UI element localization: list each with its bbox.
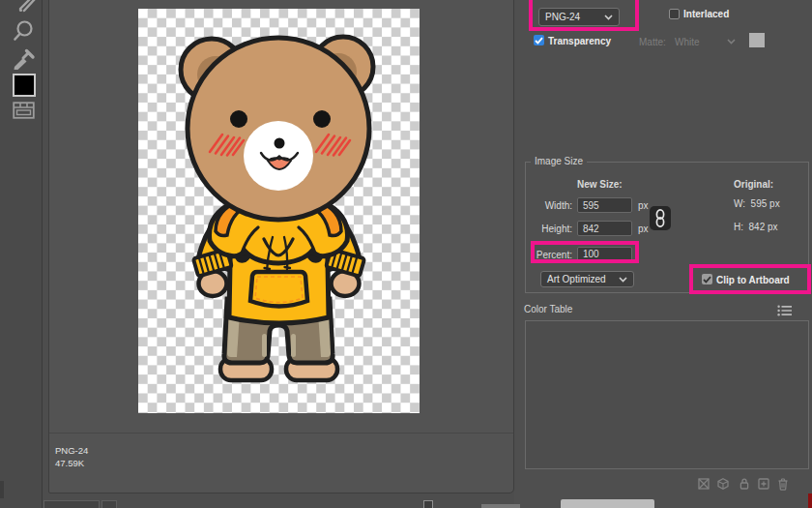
check-icon <box>535 37 543 45</box>
web-shift-icon[interactable] <box>698 478 710 490</box>
width-unit: px <box>638 200 649 211</box>
format-select[interactable]: PNG-24 <box>538 8 620 26</box>
bear-pants-highlight-inner-left <box>262 334 267 357</box>
bear-eye-right <box>313 110 331 128</box>
bear-eye-left <box>230 110 247 128</box>
save-for-web-dialog: PNG-24 47.59K PNG-24 Interlaced Transpar… <box>0 0 812 508</box>
original-label: Original: <box>734 179 773 190</box>
toggle-slices-icon[interactable] <box>13 102 38 127</box>
anti-aliasing-select[interactable]: Art Optimized <box>540 271 634 287</box>
tools-sidebar <box>0 0 43 508</box>
height-input[interactable] <box>577 221 632 236</box>
bottom-control-partial[interactable] <box>102 500 117 508</box>
bear-artwork <box>138 9 420 413</box>
bottom-checkbox-partial[interactable] <box>423 500 433 508</box>
lock-icon[interactable] <box>739 478 750 490</box>
matte-color-swatch[interactable] <box>749 33 765 47</box>
color-table-menu-icon[interactable] <box>777 305 793 316</box>
bottom-dropdown-partial[interactable] <box>561 499 654 508</box>
clip-to-artboard-label: Clip to Artboard <box>716 275 790 285</box>
bottom-label-fragment <box>481 504 520 508</box>
transparency-checkbox[interactable] <box>534 35 544 45</box>
percent-input[interactable] <box>577 247 632 261</box>
height-label: Height: <box>530 224 572 234</box>
matte-select-value[interactable]: White <box>675 37 700 47</box>
anti-aliasing-value: Art Optimized <box>547 274 606 284</box>
width-label: Width: <box>530 200 572 211</box>
trash-icon[interactable] <box>777 478 789 491</box>
original-width: W: 595 px <box>734 198 780 209</box>
chevron-down-icon <box>727 39 736 45</box>
lock-color-cube-icon[interactable] <box>717 478 729 490</box>
height-unit: px <box>638 224 649 234</box>
matte-label: Matte: <box>639 37 666 47</box>
zoom-level-control-partial[interactable] <box>44 500 100 508</box>
transparency-label: Transparency <box>548 36 611 46</box>
check-icon <box>703 276 711 284</box>
constrain-proportions-link[interactable] <box>650 206 671 230</box>
chain-link-icon <box>654 209 666 227</box>
clip-to-artboard-checkbox[interactable] <box>702 274 712 284</box>
percent-label: Percent: <box>530 250 572 260</box>
new-color-icon[interactable] <box>758 478 769 490</box>
new-size-label: New Size: <box>577 179 623 190</box>
chevron-down-icon <box>604 15 613 20</box>
preview-format-label: PNG-24 <box>55 444 88 457</box>
toolbar-edge-fragment <box>0 481 4 498</box>
format-select-value: PNG-24 <box>545 12 580 22</box>
interlaced-checkbox[interactable] <box>669 9 680 19</box>
eyedropper-color-swatch[interactable] <box>13 74 36 97</box>
color-table-box <box>525 320 809 469</box>
eyedropper-tool-icon[interactable] <box>11 45 36 71</box>
transparency-checkerboard-artboard <box>138 9 420 413</box>
preview-image-area[interactable] <box>49 0 513 433</box>
width-input[interactable] <box>577 197 632 213</box>
image-size-title: Image Size <box>531 156 587 166</box>
screen-corner-fragment <box>808 493 812 508</box>
zoom-tool-icon[interactable] <box>11 18 36 44</box>
color-table-title: Color Table <box>524 304 572 314</box>
bear-pants-highlight-inner-right <box>291 334 296 357</box>
preview-file-size: 47.59K <box>55 457 88 469</box>
preview-panel: PNG-24 47.59K <box>48 0 514 493</box>
chevron-down-icon <box>619 277 627 283</box>
bear-nose <box>275 138 285 149</box>
original-height: H: 842 px <box>734 222 778 232</box>
interlaced-label: Interlaced <box>683 9 729 19</box>
